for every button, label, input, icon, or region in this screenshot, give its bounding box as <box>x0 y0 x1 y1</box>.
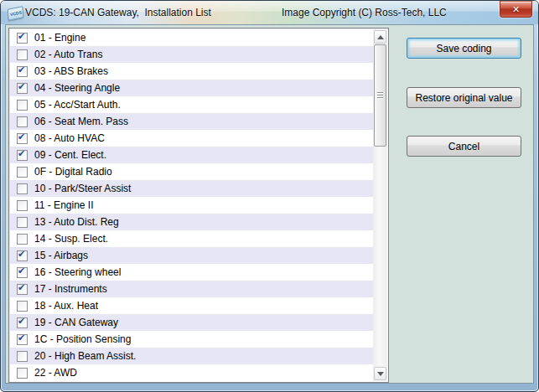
module-checkbox[interactable] <box>17 183 28 194</box>
module-checkbox[interactable] <box>17 83 28 94</box>
module-label: 09 - Cent. Elect. <box>34 147 106 163</box>
module-label: 01 - Engine <box>34 29 86 46</box>
module-label: 18 - Aux. Heat <box>34 297 98 314</box>
module-list-row[interactable]: 1C - Position Sensing <box>10 331 374 348</box>
module-checkbox[interactable] <box>17 200 28 211</box>
scrollbar-grip-icon <box>377 92 383 93</box>
vcds-logo-text: VCDS <box>9 10 22 18</box>
module-list-row[interactable]: 15 - Airbags <box>10 247 374 264</box>
module-label: 08 - Auto HVAC <box>34 130 105 147</box>
window-title: VCDS: 19-CAN Gateway, Installation List <box>25 7 211 18</box>
scroll-up-button[interactable] <box>374 30 386 44</box>
module-listbox[interactable]: 01 - Engine 02 - Auto Trans 03 - ABS Bra… <box>8 28 389 383</box>
module-checkbox[interactable] <box>17 284 28 295</box>
module-label: 20 - High Beam Assist. <box>34 348 136 364</box>
module-checkbox[interactable] <box>17 116 28 127</box>
module-checkbox[interactable] <box>17 334 28 345</box>
module-checkbox[interactable] <box>17 150 28 161</box>
module-list-row[interactable]: 03 - ABS Brakes <box>10 63 374 80</box>
arrow-up-icon <box>377 35 384 39</box>
client-area: 01 - Engine 02 - Auto Trans 03 - ABS Bra… <box>5 24 534 384</box>
module-list-row[interactable]: 19 - CAN Gateway <box>10 314 374 331</box>
module-checkbox[interactable] <box>17 100 28 111</box>
module-label: 17 - Instruments <box>34 281 107 297</box>
module-label: 0F - Digital Radio <box>34 163 112 180</box>
module-list-row[interactable]: 16 - Steering wheel <box>10 264 374 281</box>
module-list-row[interactable]: 17 - Instruments <box>10 281 374 297</box>
module-list-row[interactable]: 0F - Digital Radio <box>10 163 374 180</box>
vcds-logo-icon: VCDS <box>8 6 24 21</box>
module-checkbox[interactable] <box>17 133 28 144</box>
module-checkbox[interactable] <box>17 234 28 245</box>
module-label: 11 - Engine II <box>34 197 94 214</box>
vertical-scrollbar[interactable] <box>373 29 387 381</box>
module-checkbox[interactable] <box>17 317 28 328</box>
module-list-row[interactable]: 18 - Aux. Heat <box>10 297 374 314</box>
restore-original-value-button[interactable]: Restore original value <box>407 87 521 108</box>
module-list-row[interactable]: 05 - Acc/Start Auth. <box>10 96 374 113</box>
module-list-row[interactable]: 14 - Susp. Elect. <box>10 230 374 247</box>
module-list-row[interactable]: 02 - Auto Trans <box>10 46 374 63</box>
module-label: 1C - Position Sensing <box>34 331 131 348</box>
module-label: 16 - Steering wheel <box>34 264 121 281</box>
module-list-row[interactable]: 20 - High Beam Assist. <box>10 348 374 364</box>
module-list-row[interactable]: 01 - Engine <box>10 29 374 46</box>
module-list-row[interactable]: 04 - Steering Angle <box>10 80 374 96</box>
module-list-rows: 01 - Engine 02 - Auto Trans 03 - ABS Bra… <box>10 29 374 381</box>
module-checkbox[interactable] <box>17 250 28 261</box>
module-list-row[interactable]: 11 - Engine II <box>10 197 374 214</box>
module-checkbox[interactable] <box>17 33 28 44</box>
module-checkbox[interactable] <box>17 301 28 312</box>
module-checkbox[interactable] <box>17 49 28 60</box>
title-bar[interactable]: VCDS VCDS: 19-CAN Gateway, Installation … <box>1 1 538 24</box>
module-list-row[interactable]: 06 - Seat Mem. Pass <box>10 113 374 130</box>
module-checkbox[interactable] <box>17 167 28 178</box>
scroll-down-button[interactable] <box>374 367 386 380</box>
module-checkbox[interactable] <box>17 66 28 77</box>
module-list-row[interactable]: 10 - Park/Steer Assist <box>10 180 374 197</box>
module-label: 04 - Steering Angle <box>34 80 120 96</box>
scrollbar-thumb[interactable] <box>374 44 386 147</box>
module-label: 03 - ABS Brakes <box>34 63 108 80</box>
module-checkbox[interactable] <box>17 267 28 278</box>
module-list-row[interactable]: 09 - Cent. Elect. <box>10 147 374 163</box>
module-list-row[interactable]: 08 - Auto HVAC <box>10 130 374 147</box>
module-checkbox[interactable] <box>17 351 28 362</box>
module-label: 22 - AWD <box>34 364 77 381</box>
module-label: 13 - Auto Dist. Reg <box>34 214 119 230</box>
module-label: 02 - Auto Trans <box>34 46 102 63</box>
arrow-down-icon <box>377 372 384 376</box>
module-label: 05 - Acc/Start Auth. <box>34 96 121 113</box>
module-label: 14 - Susp. Elect. <box>34 230 108 247</box>
module-list-row[interactable]: 13 - Auto Dist. Reg <box>10 214 374 230</box>
cancel-button[interactable]: Cancel <box>407 136 521 157</box>
module-label: 15 - Airbags <box>34 247 88 264</box>
vcds-window: VCDS VCDS: 19-CAN Gateway, Installation … <box>0 0 539 392</box>
module-checkbox[interactable] <box>17 368 28 379</box>
module-label: 06 - Seat Mem. Pass <box>34 113 128 130</box>
close-icon: ✕ <box>512 5 520 14</box>
module-label: 19 - CAN Gateway <box>34 314 118 331</box>
close-button[interactable]: ✕ <box>500 1 532 18</box>
save-coding-button[interactable]: Save coding <box>407 38 521 59</box>
module-list-row[interactable]: 22 - AWD <box>10 364 374 381</box>
module-checkbox[interactable] <box>17 217 28 228</box>
module-label: 10 - Park/Steer Assist <box>34 180 131 197</box>
copyright-text: Image Copyright (C) Ross-Tech, LLC <box>282 7 447 18</box>
